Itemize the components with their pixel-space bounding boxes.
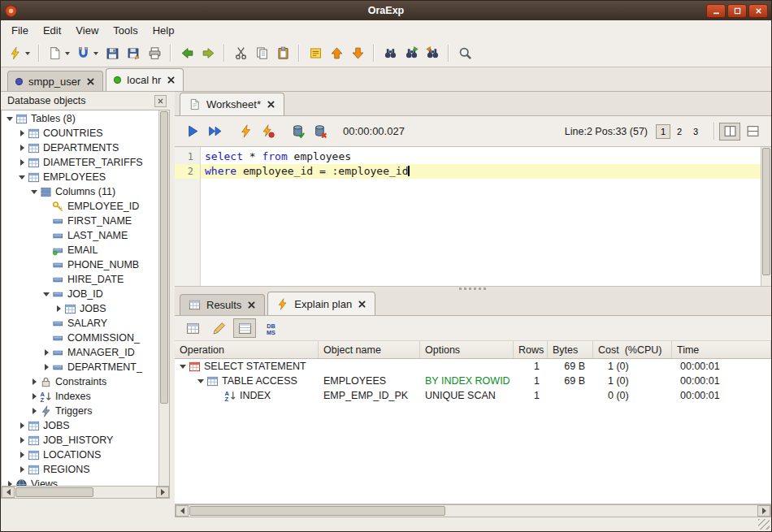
expander-collapsed-icon[interactable] [29,374,40,389]
tree-vertical-scrollbar[interactable] [158,110,169,486]
tab-close-icon[interactable] [358,300,366,309]
column-header-cost-cpu[interactable]: Cost (%CPU) [593,341,672,358]
column-header-operation[interactable]: Operation [175,341,319,358]
scroll-right-button[interactable] [156,487,169,498]
move-up-button[interactable] [327,43,346,64]
tab-close-icon[interactable] [247,301,256,309]
code-line[interactable]: select * from employees [201,149,761,164]
tree-item-salary[interactable]: SALARY [2,316,158,331]
worksheet-page-2[interactable]: 2 [672,124,687,139]
tree-item-tables-8[interactable]: Tables (8) [2,111,158,126]
tab-close-icon[interactable] [267,100,275,109]
expander-collapsed-icon[interactable] [17,448,28,462]
expander-collapsed-icon[interactable] [54,301,64,316]
find-previous-button[interactable] [423,43,442,64]
tab-results[interactable]: Results [180,294,265,315]
menu-item-view[interactable]: View [68,22,106,39]
autotrace-button[interactable] [258,122,277,141]
dbms-output-button[interactable]: DBMS [259,318,282,338]
tree-item-views[interactable]: Views [2,477,158,486]
expander-expanded-icon[interactable] [17,170,28,184]
tree-item-hire-date[interactable]: HIRE_DATE [2,272,158,287]
resize-grip[interactable] [758,519,770,530]
expander-collapsed-icon[interactable] [29,404,40,418]
scrollbar-thumb[interactable] [762,148,770,275]
tree-item-departments[interactable]: DEPARTMENTS [2,141,158,155]
tree-item-indexes[interactable]: AZIndexes [2,389,158,404]
editor-vertical-scrollbar[interactable] [761,147,771,286]
close-button[interactable] [748,4,768,18]
save-button[interactable] [102,43,122,64]
tree-item-phone-numb[interactable]: PHONE_NUMB [2,257,158,272]
expander-collapsed-icon[interactable] [17,155,28,170]
tree-horizontal-scrollbar[interactable] [1,487,170,499]
save-as-button[interactable] [124,43,143,64]
column-header-options[interactable]: Options [420,341,514,358]
scroll-left-button[interactable] [176,505,189,517]
clear-button[interactable] [207,318,230,338]
scroll-right-button[interactable] [757,505,770,517]
expander-collapsed-icon[interactable] [41,345,52,360]
split-vertical-button[interactable] [719,123,740,141]
tree-item-job-history[interactable]: JOB_HISTORY [2,433,158,448]
worksheet-page-3[interactable]: 3 [688,124,703,139]
open-connection-button[interactable] [74,43,101,64]
menu-item-help[interactable]: Help [145,22,182,39]
back-button[interactable] [177,43,197,64]
column-header-object-name[interactable]: Object name [319,341,420,358]
scrollbar-thumb[interactable] [160,111,168,404]
sql-editor[interactable]: 12 select * from employeeswhere employee… [175,147,771,287]
scrollbar-thumb[interactable] [15,487,93,497]
expander-expanded-icon[interactable] [178,359,189,374]
expander-collapsed-icon[interactable] [17,126,28,141]
commit-button[interactable] [288,122,308,141]
tab-close-icon[interactable] [86,77,95,86]
minimize-button[interactable] [706,4,726,18]
grid-view-button[interactable] [181,318,204,338]
titlebar[interactable]: OraExp [1,1,771,20]
forward-button[interactable] [198,43,218,64]
scroll-left-button[interactable] [2,487,15,498]
connection-tab-local-hr[interactable]: local hr [106,68,184,91]
tree-item-employee-id[interactable]: EMPLOYEE_ID [2,199,158,214]
main-horizontal-scrollbar[interactable] [175,504,771,517]
worksheet-page-1[interactable]: 1 [656,124,670,139]
tree-item-triggers[interactable]: Triggers [2,404,158,418]
tree-item-job-id[interactable]: JOB_ID [2,287,158,301]
execute-script-button[interactable] [205,122,224,141]
tree-item-locations[interactable]: LOCATIONS [2,448,158,462]
panel-close-button[interactable] [154,95,167,107]
tree-item-diameter-tariffs[interactable]: DIAMETER_TARIFFS [2,155,158,170]
move-down-button[interactable] [348,43,367,64]
column-header-time[interactable]: Time [672,341,771,358]
paste-button[interactable] [273,43,293,64]
menu-item-edit[interactable]: Edit [36,22,68,39]
menu-item-file[interactable]: File [4,22,36,39]
rollback-button[interactable] [310,122,330,141]
tree-item-employees[interactable]: EMPLOYEES [2,170,158,184]
column-header-rows[interactable]: Rows [514,341,548,358]
expander-expanded-icon[interactable] [29,184,40,199]
plan-row-select-statement[interactable]: SELECT STATEMENT169 B1 (0)00:00:01 [175,359,771,374]
cut-button[interactable] [231,43,250,64]
tree-item-jobs[interactable]: JOBS [2,418,158,433]
expander-collapsed-icon[interactable] [17,141,28,155]
find-button[interactable] [380,43,400,64]
single-record-button[interactable] [233,318,256,338]
tree-item-last-name[interactable]: LAST_NAME [2,228,158,243]
split-horizontal-button[interactable] [742,123,763,141]
expander-expanded-icon[interactable] [41,287,52,301]
connection-tab-smpp-user[interactable]: smpp_user [7,71,103,91]
plan-row-index[interactable]: AZINDEXEMP_EMP_ID_PKUNIQUE SCAN10 (0)00:… [175,388,771,403]
tree-item-jobs[interactable]: JOBS [2,301,158,316]
tree-item-constraints[interactable]: Constraints [2,374,158,389]
print-button[interactable] [145,43,164,64]
code-area[interactable]: select * from employeeswhere employee_id… [201,147,761,286]
plan-row-table-access[interactable]: TABLE ACCESSEMPLOYEESBY INDEX ROWID169 B… [175,374,771,388]
tree-item-manager-id[interactable]: MANAGER_ID [2,345,158,360]
tree-item-first-name[interactable]: FIRST_NAME [2,214,158,228]
copy-button[interactable] [252,43,271,64]
tree-item-email[interactable]: EMAIL [2,243,158,257]
expander-collapsed-icon[interactable] [17,462,28,477]
code-line[interactable]: where employee_id = :employee_id [201,164,761,179]
